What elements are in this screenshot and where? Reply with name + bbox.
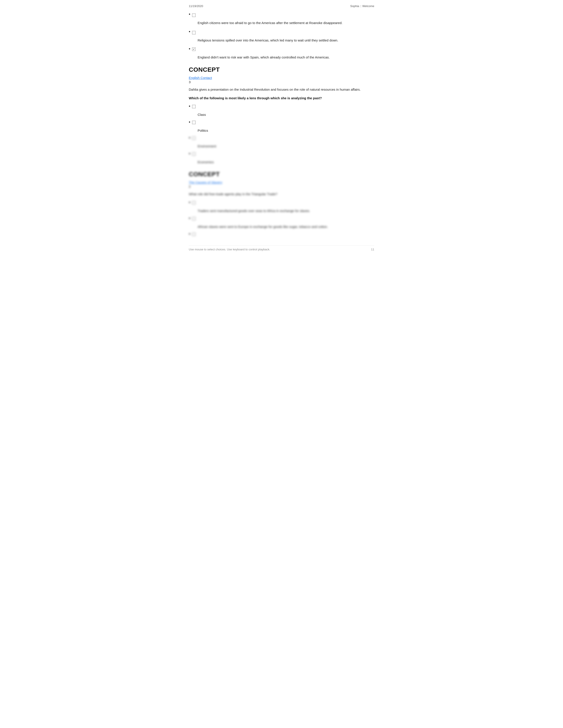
concept-section-1: CONCEPT English Contact 3 Dahlia gives a… [189, 66, 374, 165]
concept-heading-1: CONCEPT [189, 66, 374, 73]
c2-checkbox-1 [192, 201, 195, 205]
checkbox-1[interactable] [192, 13, 195, 17]
option-bullet-2: • [189, 120, 190, 125]
intro-text-1: English citizens were too afraid to go t… [189, 21, 374, 26]
intro-text-3: England didn't want to risk war with Spa… [189, 55, 374, 60]
bullet-2: • [189, 29, 190, 34]
c2-option-1: • [189, 200, 374, 205]
c2-checkbox-3 [192, 233, 195, 236]
option-environment: • Environment • Economics [189, 136, 374, 165]
intro-item-1: • [189, 12, 374, 17]
option-bullet-3: • [189, 135, 190, 140]
bullet-1: • [189, 12, 190, 17]
question-text-1: Which of the following is most likely a … [189, 96, 374, 101]
option-bullet-4: • [189, 151, 190, 156]
concept-number-1: 3 [189, 80, 374, 84]
checkbox-environment [192, 136, 195, 140]
c2-checkbox-2 [192, 217, 195, 220]
intro-item-2: • [189, 30, 374, 34]
concept-link-1[interactable]: English Contact [189, 76, 374, 80]
intro-text-2: Religious tensions spilled over into the… [189, 38, 374, 43]
option-economics: • [189, 152, 374, 156]
c2-option-1-text: Traders sent manufactured goods over sea… [189, 208, 374, 214]
concept-link-2: The Causes of Slavery [189, 180, 374, 184]
checkbox-3[interactable]: ✓ [192, 47, 195, 51]
concept-section-2: CONCEPT The Causes of Slavery 2 What rol… [189, 171, 374, 236]
bullet-3: • [189, 46, 190, 51]
footer-page-number: 11 [371, 248, 374, 251]
intro-item-3: • ✓ [189, 47, 374, 51]
concept-description-2: What role did free-trade agents play in … [189, 191, 374, 197]
footer-nav-text: Use mouse to select choices. Use keyboar… [189, 248, 270, 251]
intro-section: • English citizens were too afraid to go… [189, 12, 374, 60]
checkbox-class[interactable] [192, 105, 195, 108]
concept-number-2: 2 [189, 185, 374, 188]
c2-option-3: • [189, 232, 374, 236]
checkbox-politics[interactable] [192, 121, 195, 124]
page-header: 11/19/2020 Sophia :: Welcome [189, 4, 374, 8]
concept-description-1: Dahlia gives a presentation on the Indus… [189, 87, 374, 92]
option-bullet-1: • [189, 104, 190, 109]
option-class-text: Class [189, 112, 374, 117]
checkbox-2[interactable] [192, 31, 195, 34]
page-footer: Use mouse to select choices. Use keyboar… [189, 245, 374, 251]
option-politics: • [189, 120, 374, 125]
header-date: 11/19/2020 [189, 4, 203, 8]
checkbox-economics [192, 152, 195, 156]
option-politics-text: Politics [189, 128, 374, 133]
option-class: • [189, 104, 374, 109]
concept-heading-2: CONCEPT [189, 171, 374, 178]
header-title: Sophia :: Welcome [350, 4, 374, 8]
c2-option-2-text: African slaves were sent to Europe in ex… [189, 224, 374, 229]
c2-option-2: • [189, 216, 374, 221]
checkmark-3: ✓ [193, 48, 195, 51]
